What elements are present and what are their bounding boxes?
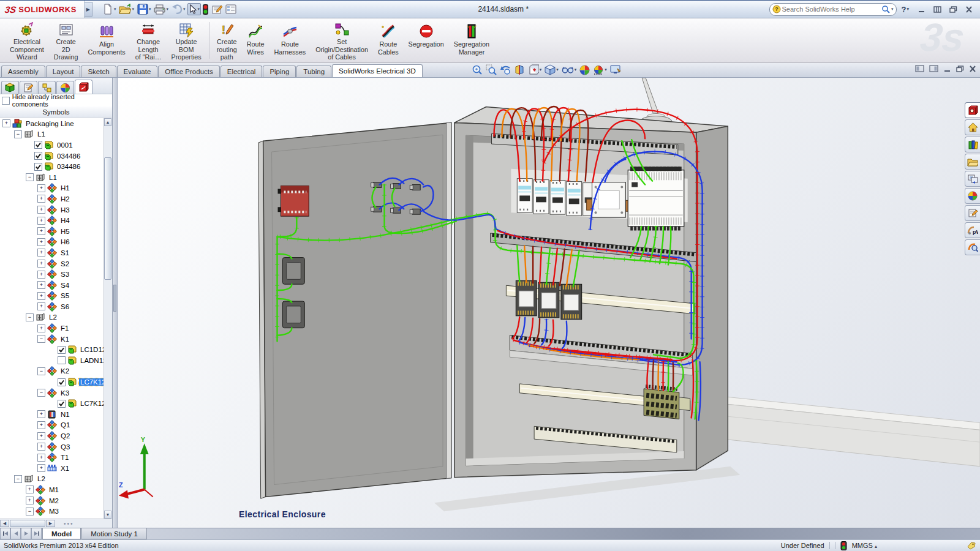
transformer[interactable] <box>587 182 631 218</box>
apply-scene-button[interactable]: ▾ <box>592 64 608 76</box>
tree-item-034486[interactable]: 034486 <box>0 151 104 162</box>
units-selector[interactable]: MMGS ▴ <box>852 542 877 549</box>
taskpane-selection-tab[interactable] <box>965 239 980 255</box>
save-button[interactable]: ▾ <box>136 2 153 16</box>
dropdown-caret[interactable]: ▾ <box>183 7 186 12</box>
edit-appearance-button[interactable] <box>579 64 590 76</box>
view-orientation-button[interactable]: ▾ <box>527 64 543 76</box>
tab-office-products[interactable]: Office Products <box>158 66 219 77</box>
help-search-box[interactable]: ? ▾ <box>769 3 897 16</box>
search-dropdown-caret[interactable]: ▾ <box>891 7 894 12</box>
tree-checkbox[interactable] <box>58 356 66 364</box>
close-button[interactable] <box>963 4 975 14</box>
tree-checkbox[interactable] <box>34 141 42 149</box>
doc-collapse-left-button[interactable] <box>915 65 924 73</box>
zoom-to-area-button[interactable] <box>485 64 497 76</box>
tree-item-k3[interactable]: −K3 <box>0 388 104 399</box>
tree-expander[interactable]: + <box>37 324 45 332</box>
contactors[interactable] <box>516 280 581 319</box>
tab-motion-study-1[interactable]: Motion Study 1 <box>81 528 147 539</box>
tree-expander[interactable]: + <box>37 410 45 418</box>
dropdown-caret[interactable]: ▾ <box>198 7 200 12</box>
panel-resize-grip[interactable]: ••• <box>64 520 74 527</box>
tab-solidworks-electrical-3d[interactable]: SolidWorks Electrical 3D <box>332 64 423 77</box>
tree-item-s5[interactable]: +S5 <box>0 291 104 302</box>
view-settings-button[interactable] <box>609 64 622 75</box>
tree-expander[interactable]: + <box>37 195 45 203</box>
panel-tab-configurations[interactable] <box>38 81 56 94</box>
ribbon-button-align-components[interactable]: AlignComponents <box>83 19 130 62</box>
ribbon-button-create-2d-drawing[interactable]: Create2DDrawing <box>49 19 83 62</box>
tree-item-k2[interactable]: −K2 <box>0 366 104 377</box>
toolbar-expand-button[interactable]: ▶ <box>85 2 92 17</box>
tab-evaluate[interactable]: Evaluate <box>117 66 158 77</box>
checklist-button[interactable] <box>224 3 238 15</box>
tree-item-0001[interactable]: 0001 <box>0 140 104 151</box>
tree-item-l2[interactable]: −L2 <box>0 312 104 323</box>
ribbon-button-change-length[interactable]: ChangeLengthof "Rai… <box>130 19 167 62</box>
split-button[interactable] <box>931 4 943 14</box>
taskpane-home-tab[interactable] <box>965 119 980 135</box>
tab-model[interactable]: Model <box>42 528 81 539</box>
ribbon-button-create-routing-path[interactable]: !Createroutingpath <box>212 19 242 62</box>
scroll-up-button[interactable]: ▲ <box>104 118 111 126</box>
doc-collapse-right-button[interactable] <box>929 65 938 73</box>
nav-last-button[interactable] <box>31 528 42 539</box>
hide-inserted-row[interactable]: Hide already inserted components <box>0 94 112 107</box>
tree-expander[interactable]: − <box>14 475 22 483</box>
panel-tab-features[interactable] <box>1 81 19 94</box>
taskpane-file-explorer-tab[interactable] <box>965 154 980 170</box>
tree-item-s1[interactable]: +S1 <box>0 247 104 258</box>
tree-item-q3[interactable]: +Q3 <box>0 441 104 452</box>
enclosure-cabinet[interactable] <box>454 107 728 478</box>
tree-expander[interactable]: + <box>37 464 45 472</box>
restore-button[interactable] <box>947 4 959 14</box>
ribbon-button-route-cables[interactable]: RouteCables <box>373 19 404 62</box>
search-input[interactable] <box>781 5 881 13</box>
zoom-to-fit-button[interactable] <box>471 64 483 76</box>
hide-show-items-button[interactable]: ▾ <box>561 65 578 75</box>
tree-item-l2[interactable]: −L2 <box>0 474 104 485</box>
tab-electrical[interactable]: Electrical <box>221 66 263 77</box>
tree-item-lc1d12[interactable]: LC1D12 <box>0 344 104 355</box>
tree-expander[interactable]: + <box>37 271 45 279</box>
previous-view-button[interactable] <box>499 64 511 76</box>
tag-icon[interactable] <box>967 542 976 550</box>
tree-expander[interactable]: + <box>37 302 45 310</box>
doc-close-button[interactable] <box>969 66 976 73</box>
nav-previous-button[interactable] <box>10 528 21 539</box>
tree-item-s4[interactable]: +S4 <box>0 280 104 291</box>
tree-expander[interactable]: + <box>2 119 10 127</box>
tree-expander[interactable]: − <box>37 335 45 343</box>
tree-expander[interactable]: + <box>26 485 34 493</box>
tab-tubing[interactable]: Tubing <box>296 66 331 77</box>
tree-item-h6[interactable]: +H6 <box>0 237 104 248</box>
tree-item-s6[interactable]: +S6 <box>0 301 104 312</box>
tree-expander[interactable]: + <box>37 454 45 462</box>
tree-expander[interactable]: + <box>37 292 45 300</box>
plc-unit[interactable] <box>628 169 684 228</box>
tree-item-h1[interactable]: +H1 <box>0 183 104 194</box>
tree-expander[interactable]: − <box>26 313 34 321</box>
tree-expander[interactable]: + <box>37 238 45 246</box>
tree-item-ladn11[interactable]: LADN11 <box>0 355 104 366</box>
panel-tab-properties[interactable] <box>20 81 37 94</box>
3d-scene[interactable]: .r{stroke:#e31010}.dr{stroke:#8c1a0a}.o{… <box>118 78 980 528</box>
tree-expander[interactable]: − <box>14 130 22 138</box>
graphics-viewport[interactable]: .r{stroke:#e31010}.dr{stroke:#8c1a0a}.o{… <box>118 78 980 528</box>
dropdown-caret[interactable]: ▾ <box>149 7 151 12</box>
panel-tab-electrical-manager[interactable] <box>75 80 92 94</box>
tree-item-q2[interactable]: +Q2 <box>0 430 104 441</box>
tree-checkbox[interactable] <box>58 346 66 354</box>
dropdown-caret[interactable]: ▾ <box>166 7 168 12</box>
tab-sketch[interactable]: Sketch <box>81 66 116 77</box>
search-icon[interactable] <box>881 5 891 14</box>
stoplight-button[interactable] <box>202 3 209 16</box>
tree-expander[interactable]: − <box>37 389 45 397</box>
taskpane-custom-properties-tab[interactable] <box>965 205 980 221</box>
tree-expander[interactable]: + <box>37 184 45 192</box>
ribbon-button-set-origin-destination[interactable]: SetOrigin/Destinationof Cables <box>311 19 373 62</box>
tree-item-s2[interactable]: +S2 <box>0 258 104 269</box>
doc-restore-button[interactable] <box>956 66 964 73</box>
tree-item-034486[interactable]: 034486 <box>0 161 104 172</box>
